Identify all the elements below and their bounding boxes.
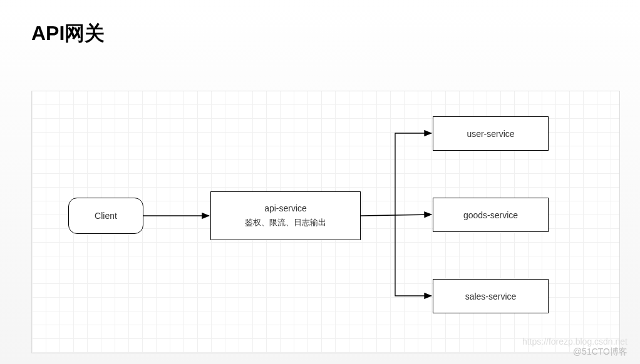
api-service-desc: 鉴权、限流、日志输出 (245, 217, 326, 228)
sales-service-node: sales-service (433, 279, 549, 313)
api-service-node: api-service 鉴权、限流、日志输出 (210, 191, 361, 240)
svg-line-1 (361, 215, 431, 216)
goods-service-node: goods-service (433, 198, 549, 232)
client-node: Client (68, 198, 143, 234)
user-service-node: user-service (433, 116, 549, 151)
diagram-canvas: Client api-service 鉴权、限流、日志输出 user-servi… (31, 91, 620, 353)
user-service-label: user-service (467, 129, 514, 139)
client-label: Client (95, 211, 117, 221)
page-title: API网关 (31, 20, 105, 48)
watermark-url: https://forezp.blog.csdn.net (522, 336, 627, 346)
api-service-name: api-service (264, 203, 307, 213)
goods-service-label: goods-service (463, 210, 518, 220)
watermark-text: @51CTO博客 (573, 346, 627, 358)
sales-service-label: sales-service (465, 291, 517, 301)
